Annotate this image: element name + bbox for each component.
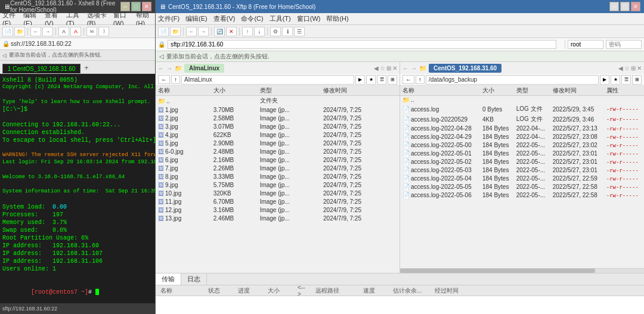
menu-help[interactable]: 帮助(H) <box>136 11 153 27</box>
xftp-password-input[interactable] <box>606 40 642 49</box>
xftp-menu-window[interactable]: 窗口(W) <box>297 14 321 23</box>
hscroll-thumb[interactable] <box>400 269 595 273</box>
xftp-delete-btn[interactable]: ✕ <box>226 27 237 36</box>
local-col-name[interactable]: 名称 <box>156 86 211 96</box>
remote-view-btn[interactable]: ☰ <box>621 75 631 85</box>
forward-btn[interactable]: → <box>42 27 53 36</box>
local-bookmark-btn[interactable]: ☆ <box>380 65 385 71</box>
remote-expand-btn[interactable]: ⊞ <box>632 75 642 85</box>
font-btn[interactable]: A <box>58 27 69 36</box>
remote-file-row[interactable]: 📄access.log-2022-05-01 184 Bytes 2022-05… <box>400 150 644 158</box>
remote-arrow-fwd[interactable]: → <box>411 65 417 71</box>
local-close-btn[interactable]: ✕ <box>392 65 397 71</box>
xftp-close-btn[interactable]: ✕ <box>631 2 640 11</box>
xftp-view-btn[interactable]: ☰ <box>294 27 305 36</box>
xftp-download-btn[interactable]: ↓ <box>254 27 265 36</box>
menu-file[interactable]: 文件(F) <box>2 11 18 27</box>
remote-col-type[interactable]: 类型 <box>514 86 550 96</box>
local-file-row[interactable]: 🖼6.jpg 2.16MB Image (jp... 2024/7/9, 7:2… <box>156 156 400 164</box>
local-file-row[interactable]: 🖼6-0.jpg 2.48MB Image (jp... 2024/7/9, 7… <box>156 148 400 156</box>
remote-path-input[interactable] <box>426 75 599 85</box>
local-col-size[interactable]: 大小 <box>211 86 258 96</box>
remote-file-row[interactable]: 📄access.log-2022-05-05 184 Bytes 2022-05… <box>400 183 644 191</box>
local-arrow-fwd[interactable]: → <box>166 65 172 71</box>
xftp-maximize-btn[interactable]: □ <box>620 2 630 11</box>
local-go-btn[interactable]: ▶ <box>355 75 365 85</box>
xftp-minimize-btn[interactable]: ─ <box>609 2 619 11</box>
local-file-row[interactable]: 🖼8.jpg 3.33MB Image (jp... 2024/7/9, 7:2… <box>156 173 400 181</box>
remote-file-row[interactable]: 📄access.log-2022-05-03 184 Bytes 2022-05… <box>400 166 644 175</box>
xftp-upload-btn[interactable]: ↑ <box>242 27 253 36</box>
remote-col-name[interactable]: 名称 <box>400 86 480 96</box>
transfer-tab-log[interactable]: 日志 <box>181 273 207 285</box>
local-file-row[interactable]: 🖼4.jpg 622KB Image (jp... 2024/7/9, 7:25 <box>156 131 400 139</box>
local-file-row[interactable]: 🖼11.jpg 6.70MB Image (jp... 2024/7/9, 7:… <box>156 198 400 206</box>
remote-bookmark-btn[interactable]: ☆ <box>624 65 630 71</box>
add-tab-button[interactable]: + <box>80 63 92 73</box>
local-file-row[interactable]: 🖼12.jpg 3.16MB Image (jp... 2024/7/9, 7:… <box>156 206 400 214</box>
local-col-type[interactable]: 类型 <box>258 86 321 96</box>
remote-file-row[interactable]: 📄access.log-2022-05-04 184 Bytes 2022-05… <box>400 175 644 183</box>
xftp-menu-edit[interactable]: 编辑(E) <box>185 14 208 23</box>
back-btn[interactable]: ← <box>30 27 41 36</box>
maximize-button[interactable]: □ <box>131 2 141 11</box>
remote-back-btn[interactable]: ← <box>402 75 414 84</box>
remote-sync-btn[interactable]: ⊞ <box>631 65 636 71</box>
xftp-info-btn[interactable]: ℹ <box>282 27 293 36</box>
xftp-refresh-btn[interactable]: 🔄 <box>214 27 225 36</box>
remote-file-row[interactable]: 📄access.log 0 Bytes LOG 文件 2022/5/29, 3:… <box>400 104 644 114</box>
remote-file-row[interactable]: 📄access.log-2022-05-02 184 Bytes 2022-05… <box>400 158 644 166</box>
remote-col-size[interactable]: 大小 <box>480 86 514 96</box>
local-back-btn[interactable]: ← <box>158 75 170 84</box>
xftp-open-btn[interactable]: 📁 <box>170 27 181 36</box>
local-path-input[interactable] <box>181 75 354 85</box>
remote-bookmark-btn2[interactable]: ★ <box>611 75 620 85</box>
local-file-row[interactable]: 🖼13.jpg 2.46MB Image (jp... 2024/7/9, 7:… <box>156 214 400 223</box>
menu-window[interactable]: 窗口(W) <box>113 11 131 27</box>
remote-up-btn[interactable]: ↑ <box>416 75 425 84</box>
xftp-menu-tools[interactable]: 工具(T) <box>270 14 291 23</box>
xshell-terminal[interactable]: Xshell 8 (Build 0055) Copyright (c) 2024… <box>0 74 155 303</box>
address-input[interactable] <box>11 41 153 47</box>
local-bookmark-btn2[interactable]: ★ <box>366 75 376 85</box>
menu-tabs[interactable]: 选项卡(B) <box>87 11 109 27</box>
xshell-btn2[interactable]: ⟩ <box>98 27 109 36</box>
xftp-fwd-btn[interactable]: → <box>198 27 209 36</box>
xftp-new-btn[interactable]: 📄 <box>158 27 169 36</box>
local-file-row[interactable]: 📁.. 文件夹 <box>156 96 400 106</box>
xftp-btn[interactable]: Ie <box>86 27 97 36</box>
remote-close-btn[interactable]: ✕ <box>637 65 642 71</box>
xftp-menu-view[interactable]: 查看(V) <box>213 14 236 23</box>
open-btn[interactable]: 📁 <box>14 27 25 36</box>
remote-file-row[interactable]: 📄access.log-2022-05-00 184 Bytes 2022-05… <box>400 141 644 150</box>
color-btn[interactable]: A <box>70 27 81 36</box>
remote-file-row[interactable]: 📁.. <box>400 96 644 104</box>
remote-file-row[interactable]: 📄access.log-2022-05-06 184 Bytes 2022-05… <box>400 191 644 200</box>
local-nav-btn1[interactable]: ◀ <box>374 65 379 71</box>
menu-edit[interactable]: 编辑(E) <box>23 11 40 27</box>
xftp-menu-help[interactable]: 帮助(H) <box>326 14 348 23</box>
remote-file-row[interactable]: 📄access.log-2022-04-29 184 Bytes 2022-04… <box>400 133 644 141</box>
remote-go-btn[interactable]: ▶ <box>600 75 609 85</box>
local-file-row[interactable]: 🖼3.jpg 3.07MB Image (jp... 2024/7/9, 7:2… <box>156 123 400 131</box>
new-session-btn[interactable]: 📄 <box>2 27 13 36</box>
menu-tools[interactable]: 工具(T) <box>66 11 82 27</box>
local-file-row[interactable]: 🖼9.jpg 5.75MB Image (jp... 2024/7/9, 7:2… <box>156 181 400 189</box>
local-col-modified[interactable]: 修改时间 <box>321 86 400 96</box>
close-button[interactable]: ✕ <box>142 2 151 11</box>
xftp-address-input[interactable] <box>168 40 556 49</box>
local-view-btn[interactable]: ☰ <box>377 75 386 85</box>
transfer-tab-active[interactable]: 传输 <box>156 273 181 285</box>
xftp-menu-cmd[interactable]: 命令(C) <box>241 14 263 23</box>
remote-col-modified[interactable]: 修改时间 <box>550 86 604 96</box>
local-arrow-back[interactable]: ← <box>158 65 164 71</box>
xshell-tab-active[interactable]: 1 CentOS_192.168.31.60 <box>2 64 80 73</box>
remote-col-attr[interactable]: 属性 <box>604 86 644 96</box>
xftp-back-btn[interactable]: ← <box>186 27 197 36</box>
local-file-row[interactable]: 🖼10.jpg 320KB Image (jp... 2024/7/9, 7:2… <box>156 189 400 198</box>
remote-nav-btn1[interactable]: ◀ <box>618 65 623 71</box>
xftp-user-input[interactable] <box>568 40 603 49</box>
local-file-row[interactable]: 🖼5.jpg 2.90MB Image (jp... 2024/7/9, 7:2… <box>156 139 400 148</box>
minimize-button[interactable]: ─ <box>120 2 130 11</box>
xftp-settings-btn[interactable]: ⚙ <box>270 27 281 36</box>
